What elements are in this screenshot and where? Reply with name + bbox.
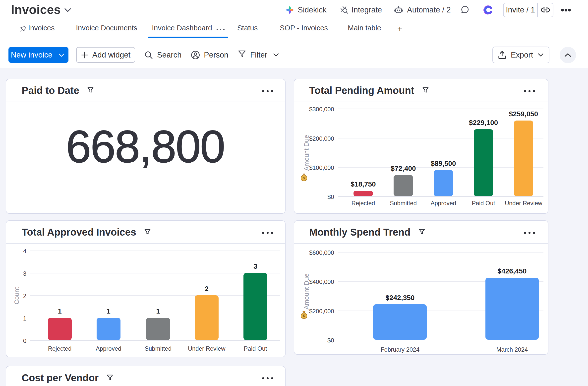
svg-text:$: $ [303,176,305,180]
svg-text:$: $ [303,314,305,318]
